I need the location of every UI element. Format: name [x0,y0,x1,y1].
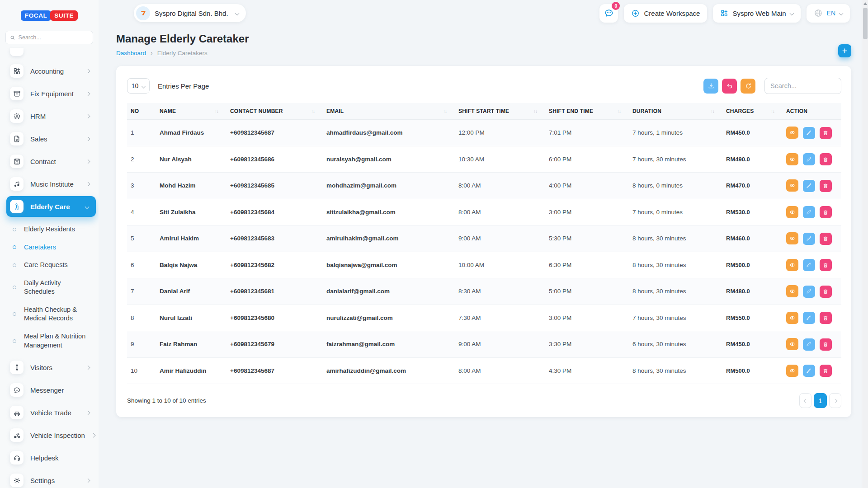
breadcrumb-dashboard-link[interactable]: Dashboard [116,50,146,56]
prev-page-button[interactable] [799,393,811,408]
sidebar-item-music-institute[interactable]: Music Institute [0,173,99,195]
sidebar-item-clipped[interactable] [10,48,24,56]
sort-icon[interactable]: ↑↓ [711,109,714,114]
export-download-button[interactable] [703,79,718,94]
edit-button[interactable] [803,233,815,245]
view-button[interactable] [786,232,798,244]
view-button[interactable] [786,179,798,192]
cell-duration: 8 hours, 30 minutes [629,225,722,252]
page-1-button[interactable]: 1 [814,393,827,408]
sidebar-subitem[interactable]: Meal Plan & Nutrition Management [0,328,99,354]
sidebar-item-visitors[interactable]: Visitors [0,356,99,379]
delete-button[interactable] [820,312,832,324]
view-button[interactable] [786,365,798,377]
add-caretaker-button[interactable] [838,44,851,57]
view-button[interactable] [786,127,798,139]
col-name[interactable]: NAME↑↓ [156,103,226,120]
sidebar-subitem[interactable]: Caretakers [0,239,99,257]
edit-button[interactable] [803,153,815,165]
edit-button[interactable] [803,312,815,324]
edit-button[interactable] [803,365,815,377]
create-workspace-button[interactable]: Create Workspace [624,4,707,23]
view-button[interactable] [786,259,798,271]
delete-button[interactable] [820,259,832,271]
sort-icon[interactable]: ↑↓ [215,109,218,114]
sort-icon[interactable]: ↑↓ [533,109,537,114]
sort-icon[interactable]: ↑↓ [443,109,447,114]
col-email[interactable]: EMAIL↑↓ [323,103,455,120]
col-contact[interactable]: CONTACT NUMBER↑↓ [226,103,323,120]
cell-action [783,225,841,252]
sidebar-item-contract[interactable]: Contract [0,150,99,173]
delete-button[interactable] [820,127,832,139]
sidebar-subitem[interactable]: Daily Activity Schedules [0,274,99,301]
delete-button[interactable] [820,286,832,298]
sidebar-item-hrm[interactable]: HRM [0,105,99,127]
cell-name: Amir Hafizuddin [156,357,226,384]
cell-contact: +609812345681 [226,278,323,305]
cell-email: danialarif@gmail.com [323,278,455,305]
sort-icon[interactable]: ↑↓ [311,109,315,114]
edit-button[interactable] [803,259,815,271]
next-page-button[interactable] [829,393,841,408]
edit-button[interactable] [803,127,815,139]
table-row: 10 Amir Hafizuddin +609812345687 amirhaf… [127,357,841,384]
edit-button[interactable] [803,206,815,218]
delete-button[interactable] [820,365,832,377]
edit-button[interactable] [803,286,815,298]
cell-charges: RM500.0 [722,357,783,384]
table-search-input[interactable] [770,82,835,89]
sort-icon[interactable]: ↑↓ [617,109,621,114]
app-selector[interactable]: Syspro Web Main [713,4,800,23]
delete-button[interactable] [820,338,832,351]
sidebar-item-label: Elderly Care [30,203,70,211]
view-button[interactable] [786,312,798,324]
scrollbar-thumb[interactable] [863,8,868,39]
sidebar-item-settings[interactable]: Settings [0,469,99,488]
sidebar-item-elderly-care[interactable]: Elderly Care [6,196,96,217]
sort-icon[interactable]: ↑↓ [771,109,774,114]
sidebar-item-helpdesk[interactable]: Helpdesk [0,446,99,469]
col-duration[interactable]: DURATION↑↓ [629,103,722,120]
pencil-icon [806,130,812,136]
sidebar-subitem[interactable]: Care Requests [0,256,99,274]
equipment-box-icon [10,87,24,100]
delete-button[interactable] [820,206,832,218]
undo-button[interactable] [722,79,737,94]
view-button[interactable] [786,338,798,350]
sidebar-search[interactable] [5,31,93,44]
app-logo: FOCAL SUITE [0,0,99,26]
scroll-up-arrow-icon[interactable] [863,2,867,5]
edit-button[interactable] [803,338,815,351]
refresh-button[interactable] [741,79,755,94]
view-button[interactable] [786,206,798,218]
sidebar-item-messenger[interactable]: Messenger [0,379,99,401]
edit-button[interactable] [803,180,815,192]
delete-button[interactable] [820,233,832,245]
col-shift-end[interactable]: SHIFT END TIME↑↓ [545,103,629,120]
cell-name: Balqis Najwa [156,252,226,278]
sidebar-item-accounting[interactable]: Accounting [0,60,99,82]
sidebar-item-fix-equipment[interactable]: Fix Equipment [0,82,99,105]
language-selector[interactable]: EN [807,4,850,23]
delete-button[interactable] [820,180,832,192]
chevron-right-icon [86,410,90,415]
col-shift-start[interactable]: SHIFT START TIME↑↓ [455,103,545,120]
entries-per-page-select[interactable]: 10 [127,78,150,94]
sidebar-item-vehicle-trade[interactable]: Vehicle Trade [0,401,99,424]
view-button[interactable] [786,285,798,297]
table-footer: Showing 1 to 10 of 10 entries 1 [127,393,841,408]
sidebar-subitem[interactable]: Health Checkup & Medical Records [0,301,99,328]
sidebar-item-vehicle-inspection[interactable]: Vehicle Inspection [0,424,99,446]
window-scrollbar[interactable] [862,0,868,488]
sidebar-subitem[interactable]: Elderly Residents [0,221,99,239]
view-button[interactable] [786,153,798,165]
delete-button[interactable] [820,153,832,165]
col-charges[interactable]: CHARGES↑↓ [722,103,783,120]
sidebar-item-sales[interactable]: Sales [0,127,99,150]
workspace-selector[interactable]: Syspro Digital Sdn. Bhd. [134,4,246,22]
elderly-person-icon [10,200,24,213]
table-search[interactable] [764,78,841,94]
messages-button[interactable]: 0 [599,4,618,23]
sidebar-search-input[interactable] [19,34,89,41]
